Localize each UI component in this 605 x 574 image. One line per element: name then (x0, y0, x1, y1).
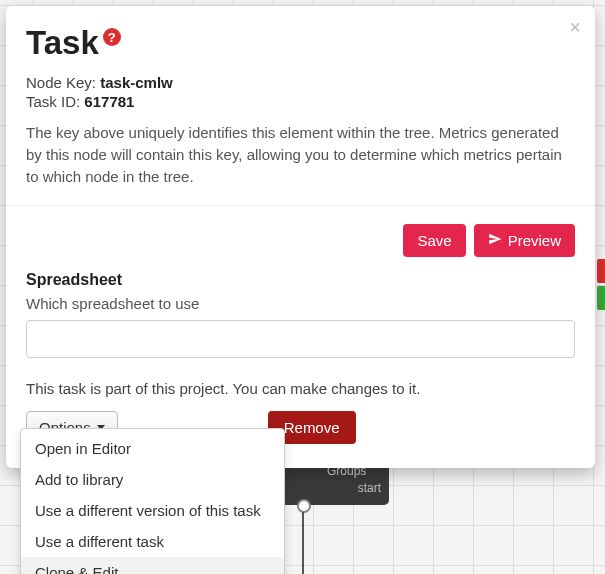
modal-title-row: Task ? (26, 24, 575, 62)
preview-button-label: Preview (508, 232, 561, 249)
options-dropdown-item[interactable]: Use a different task (21, 526, 284, 557)
node-connector-line (302, 512, 304, 574)
side-tab-red[interactable] (597, 259, 605, 283)
close-icon[interactable]: × (569, 16, 581, 39)
task-id-label: Task ID: (26, 93, 80, 110)
remove-button-label: Remove (284, 419, 340, 436)
project-note: This task is part of this project. You c… (26, 380, 575, 397)
modal-description: The key above uniquely identifies this e… (26, 122, 575, 187)
save-button-label: Save (417, 232, 451, 249)
options-dropdown: Open in EditorAdd to libraryUse a differ… (20, 428, 285, 574)
node-output-port[interactable] (297, 499, 311, 513)
side-tab-green[interactable] (597, 286, 605, 310)
save-button[interactable]: Save (403, 224, 465, 257)
options-dropdown-item[interactable]: Use a different version of this task (21, 495, 284, 526)
help-icon[interactable]: ? (103, 28, 121, 46)
node-key-label: Node Key: (26, 74, 96, 91)
spreadsheet-input[interactable] (26, 320, 575, 358)
paper-plane-icon (488, 232, 502, 249)
spreadsheet-title: Spreadsheet (26, 271, 575, 289)
preview-button[interactable]: Preview (474, 224, 575, 257)
task-id-line: Task ID: 617781 (26, 93, 575, 110)
modal-header: × Task ? Node Key: task-cmlw Task ID: 61… (6, 6, 595, 206)
spreadsheet-help: Which spreadsheet to use (26, 295, 575, 312)
options-dropdown-item[interactable]: Clone & Edit (21, 557, 284, 574)
node-start-label: start (358, 481, 381, 495)
options-dropdown-item[interactable]: Add to library (21, 464, 284, 495)
node-key-value: task-cmlw (100, 74, 173, 91)
task-modal: × Task ? Node Key: task-cmlw Task ID: 61… (6, 6, 595, 468)
options-dropdown-item[interactable]: Open in Editor (21, 433, 284, 464)
modal-title: Task (26, 24, 99, 62)
modal-action-row: Save Preview (26, 224, 575, 257)
node-key-line: Node Key: task-cmlw (26, 74, 575, 91)
task-id-value: 617781 (84, 93, 134, 110)
